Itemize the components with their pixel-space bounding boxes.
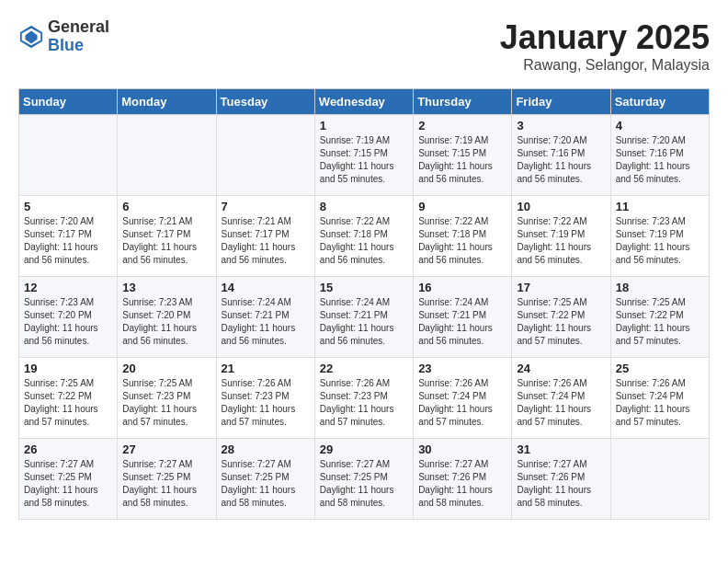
calendar-cell: 11Sunrise: 7:23 AMSunset: 7:19 PMDayligh…	[610, 196, 709, 277]
calendar-cell: 8Sunrise: 7:22 AMSunset: 7:18 PMDaylight…	[314, 196, 413, 277]
calendar-cell: 28Sunrise: 7:27 AMSunset: 7:25 PMDayligh…	[216, 439, 314, 520]
weekday-header-monday: Monday	[118, 89, 216, 115]
weekday-header-tuesday: Tuesday	[216, 89, 314, 115]
calendar-cell: 5Sunrise: 7:20 AMSunset: 7:17 PMDaylight…	[19, 196, 118, 277]
calendar-cell: 26Sunrise: 7:27 AMSunset: 7:25 PMDayligh…	[19, 439, 118, 520]
day-info: Sunrise: 7:26 AMSunset: 7:24 PMDaylight:…	[517, 377, 605, 429]
title-block: January 2025 Rawang, Selangor, Malaysia	[500, 18, 710, 74]
day-info: Sunrise: 7:26 AMSunset: 7:24 PMDaylight:…	[418, 377, 506, 429]
calendar-week-row: 1Sunrise: 7:19 AMSunset: 7:15 PMDaylight…	[19, 115, 710, 196]
day-info: Sunrise: 7:27 AMSunset: 7:26 PMDaylight:…	[517, 458, 605, 510]
calendar-cell: 24Sunrise: 7:26 AMSunset: 7:24 PMDayligh…	[512, 358, 610, 439]
day-info: Sunrise: 7:22 AMSunset: 7:18 PMDaylight:…	[320, 215, 408, 267]
day-number: 14	[222, 281, 310, 294]
day-number: 20	[122, 362, 210, 375]
day-info: Sunrise: 7:20 AMSunset: 7:16 PMDaylight:…	[616, 134, 704, 186]
day-number: 9	[418, 200, 506, 213]
calendar-cell: 29Sunrise: 7:27 AMSunset: 7:25 PMDayligh…	[314, 439, 413, 520]
day-info: Sunrise: 7:22 AMSunset: 7:18 PMDaylight:…	[418, 215, 506, 267]
day-number: 22	[320, 362, 408, 375]
day-info: Sunrise: 7:19 AMSunset: 7:15 PMDaylight:…	[320, 134, 408, 186]
calendar-cell: 17Sunrise: 7:25 AMSunset: 7:22 PMDayligh…	[512, 277, 610, 358]
weekday-header-sunday: Sunday	[19, 89, 118, 115]
day-number: 15	[320, 281, 408, 294]
location-title: Rawang, Selangor, Malaysia	[500, 57, 710, 74]
calendar-week-row: 19Sunrise: 7:25 AMSunset: 7:22 PMDayligh…	[19, 358, 710, 439]
day-number: 27	[122, 442, 210, 456]
day-info: Sunrise: 7:25 AMSunset: 7:23 PMDaylight:…	[122, 377, 210, 429]
calendar-cell: 27Sunrise: 7:27 AMSunset: 7:25 PMDayligh…	[118, 439, 216, 520]
day-info: Sunrise: 7:26 AMSunset: 7:24 PMDaylight:…	[616, 377, 704, 429]
day-info: Sunrise: 7:21 AMSunset: 7:17 PMDaylight:…	[222, 215, 310, 267]
calendar-cell: 14Sunrise: 7:24 AMSunset: 7:21 PMDayligh…	[216, 277, 314, 358]
day-info: Sunrise: 7:21 AMSunset: 7:17 PMDaylight:…	[122, 215, 210, 267]
day-number: 10	[517, 200, 605, 213]
day-number: 28	[222, 442, 310, 456]
calendar-cell: 1Sunrise: 7:19 AMSunset: 7:15 PMDaylight…	[314, 115, 413, 196]
day-info: Sunrise: 7:25 AMSunset: 7:22 PMDaylight:…	[616, 296, 704, 348]
calendar-cell	[216, 115, 314, 196]
calendar-cell: 15Sunrise: 7:24 AMSunset: 7:21 PMDayligh…	[314, 277, 413, 358]
day-number: 13	[122, 281, 210, 294]
day-number: 8	[320, 200, 408, 213]
day-number: 6	[122, 200, 210, 213]
day-info: Sunrise: 7:26 AMSunset: 7:23 PMDaylight:…	[222, 377, 310, 429]
day-info: Sunrise: 7:23 AMSunset: 7:20 PMDaylight:…	[122, 296, 210, 348]
day-info: Sunrise: 7:22 AMSunset: 7:19 PMDaylight:…	[517, 215, 605, 267]
day-number: 5	[24, 200, 112, 213]
calendar-cell: 7Sunrise: 7:21 AMSunset: 7:17 PMDaylight…	[216, 196, 314, 277]
day-info: Sunrise: 7:20 AMSunset: 7:16 PMDaylight:…	[517, 134, 605, 186]
month-title: January 2025	[500, 18, 710, 57]
day-number: 23	[418, 362, 506, 375]
calendar-week-row: 26Sunrise: 7:27 AMSunset: 7:25 PMDayligh…	[19, 439, 710, 520]
calendar-cell: 30Sunrise: 7:27 AMSunset: 7:26 PMDayligh…	[414, 439, 512, 520]
day-number: 16	[418, 281, 506, 294]
logo-text: General Blue	[48, 18, 109, 55]
calendar-cell: 13Sunrise: 7:23 AMSunset: 7:20 PMDayligh…	[118, 277, 216, 358]
day-number: 7	[222, 200, 310, 213]
day-number: 3	[517, 119, 605, 132]
day-info: Sunrise: 7:27 AMSunset: 7:25 PMDaylight:…	[320, 458, 408, 510]
calendar-table: SundayMondayTuesdayWednesdayThursdayFrid…	[18, 88, 710, 520]
calendar-cell: 18Sunrise: 7:25 AMSunset: 7:22 PMDayligh…	[610, 277, 709, 358]
calendar-cell	[610, 439, 709, 520]
day-number: 24	[517, 362, 605, 375]
day-number: 29	[320, 442, 408, 456]
calendar-cell: 6Sunrise: 7:21 AMSunset: 7:17 PMDaylight…	[118, 196, 216, 277]
day-number: 18	[616, 281, 704, 294]
page-header: General Blue January 2025 Rawang, Selang…	[18, 18, 710, 74]
day-info: Sunrise: 7:24 AMSunset: 7:21 PMDaylight:…	[320, 296, 408, 348]
day-number: 31	[517, 442, 605, 456]
calendar-cell: 22Sunrise: 7:26 AMSunset: 7:23 PMDayligh…	[314, 358, 413, 439]
day-number: 17	[517, 281, 605, 294]
day-info: Sunrise: 7:25 AMSunset: 7:22 PMDaylight:…	[24, 377, 112, 429]
day-number: 30	[418, 442, 506, 456]
day-info: Sunrise: 7:24 AMSunset: 7:21 PMDaylight:…	[222, 296, 310, 348]
weekday-header-wednesday: Wednesday	[314, 89, 413, 115]
weekday-header-saturday: Saturday	[610, 89, 709, 115]
calendar-cell: 31Sunrise: 7:27 AMSunset: 7:26 PMDayligh…	[512, 439, 610, 520]
calendar-cell: 12Sunrise: 7:23 AMSunset: 7:20 PMDayligh…	[19, 277, 118, 358]
day-number: 4	[616, 119, 704, 132]
day-info: Sunrise: 7:27 AMSunset: 7:25 PMDaylight:…	[122, 458, 210, 510]
calendar-cell: 9Sunrise: 7:22 AMSunset: 7:18 PMDaylight…	[414, 196, 512, 277]
logo-general: General	[48, 18, 109, 37]
day-number: 19	[24, 362, 112, 375]
day-info: Sunrise: 7:27 AMSunset: 7:26 PMDaylight:…	[418, 458, 506, 510]
day-info: Sunrise: 7:23 AMSunset: 7:19 PMDaylight:…	[616, 215, 704, 267]
weekday-header-thursday: Thursday	[414, 89, 512, 115]
day-number: 12	[24, 281, 112, 294]
calendar-cell: 19Sunrise: 7:25 AMSunset: 7:22 PMDayligh…	[19, 358, 118, 439]
calendar-cell: 10Sunrise: 7:22 AMSunset: 7:19 PMDayligh…	[512, 196, 610, 277]
day-number: 2	[418, 119, 506, 132]
calendar-cell: 3Sunrise: 7:20 AMSunset: 7:16 PMDaylight…	[512, 115, 610, 196]
calendar-cell: 23Sunrise: 7:26 AMSunset: 7:24 PMDayligh…	[414, 358, 512, 439]
calendar-week-row: 5Sunrise: 7:20 AMSunset: 7:17 PMDaylight…	[19, 196, 710, 277]
day-number: 25	[616, 362, 704, 375]
day-info: Sunrise: 7:23 AMSunset: 7:20 PMDaylight:…	[24, 296, 112, 348]
calendar-cell	[118, 115, 216, 196]
day-info: Sunrise: 7:27 AMSunset: 7:25 PMDaylight:…	[24, 458, 112, 510]
logo-icon	[18, 24, 44, 50]
calendar-cell: 2Sunrise: 7:19 AMSunset: 7:15 PMDaylight…	[414, 115, 512, 196]
logo-blue: Blue	[48, 37, 109, 55]
